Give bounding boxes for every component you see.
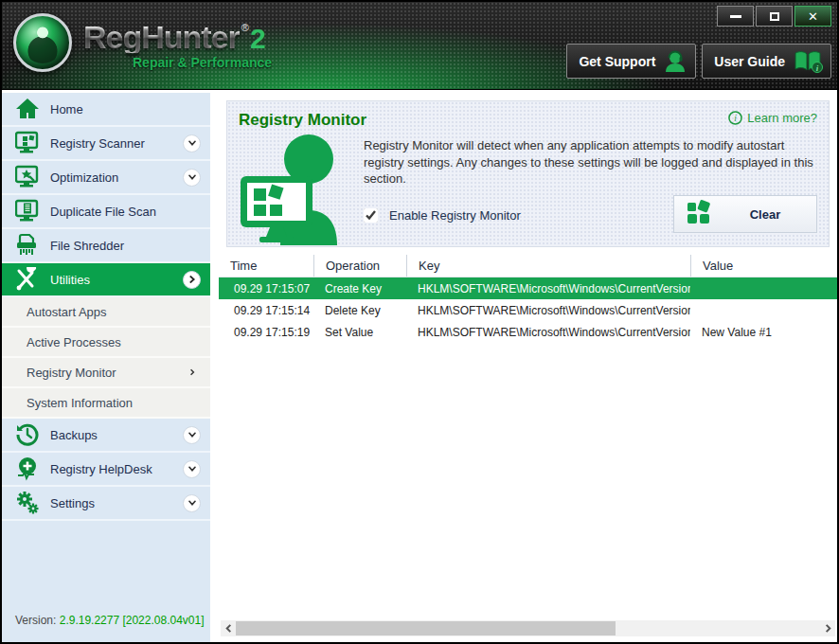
close-button[interactable]: ✕	[794, 6, 831, 27]
sidebar-item-label: Settings	[50, 496, 183, 510]
app-logo: RegHunter ® 2 Repair & Performance	[13, 13, 272, 72]
cell-key: HKLM\SOFTWARE\Microsoft\Windows\CurrentV…	[406, 304, 690, 317]
duplicate-file-scan-icon	[13, 198, 42, 224]
version-label: Version:	[15, 614, 56, 627]
sidebar-item-label: Registry Scanner	[50, 136, 183, 151]
page-title: Registry Monitor	[239, 111, 366, 130]
backups-icon	[13, 421, 42, 448]
enable-registry-monitor-label: Enable Registry Monitor	[389, 208, 521, 223]
clear-button-label: Clear	[714, 207, 816, 222]
scroll-left-arrow-icon[interactable]	[221, 620, 236, 636]
table-row[interactable]: 09.29 17:15:07 Create Key HKLM\SOFTWARE\…	[219, 277, 837, 299]
table-row[interactable]: 09.29 17:15:14 Delete Key HKLM\SOFTWARE\…	[219, 299, 837, 321]
sidebar-item-label: Utilities	[50, 273, 183, 287]
learn-more-label: Learn more?	[747, 111, 817, 125]
cell-operation: Create Key	[313, 282, 406, 295]
table-row[interactable]: 09.29 17:15:19 Set Value HKLM\SOFTWARE\M…	[219, 321, 837, 343]
user-guide-book-icon: i	[793, 49, 823, 74]
registered-mark: ®	[241, 23, 249, 33]
sidebar-item-registry-helpdesk[interactable]: Registry HelpDesk	[2, 453, 210, 487]
submenu-item-system-information[interactable]: System Information	[2, 388, 210, 419]
registry-scanner-icon	[13, 130, 42, 156]
clear-button[interactable]: Clear	[673, 195, 817, 233]
submenu-item-label: Active Processes	[27, 335, 197, 349]
submenu-item-label: System Information	[27, 396, 197, 410]
version-info: Version: 2.9.19.2277 [2022.08.04v01]	[15, 614, 205, 627]
sidebar-item-settings[interactable]: Settings	[2, 487, 210, 521]
brand-number: 2	[250, 25, 266, 53]
cell-time: 09.29 17:15:19	[219, 326, 313, 339]
sidebar-item-home[interactable]: Home	[2, 93, 210, 127]
submenu-item-active-processes[interactable]: Active Processes	[2, 328, 210, 358]
chevron-down-icon[interactable]	[183, 134, 201, 152]
maximize-icon	[770, 12, 779, 21]
chevron-down-icon[interactable]	[183, 426, 201, 444]
cell-operation: Delete Key	[313, 304, 406, 317]
scrollbar-track[interactable]	[236, 620, 820, 636]
chevron-right-icon	[187, 367, 197, 377]
file-shredder-icon	[13, 232, 42, 259]
brand-name: RegHunter	[83, 21, 240, 53]
column-header-key[interactable]: Key	[406, 255, 690, 277]
minimize-icon	[730, 15, 741, 18]
content-area: Registry Monitor i Learn more?	[219, 93, 837, 644]
optimization-icon	[13, 164, 42, 190]
horizontal-scrollbar[interactable]	[221, 620, 835, 636]
sidebar-item-label: Registry HelpDesk	[50, 462, 183, 476]
sidebar: Home Registry Scanner	[2, 93, 210, 644]
cell-value: New Value #1	[690, 326, 837, 339]
get-support-button[interactable]: Get Support	[566, 44, 696, 79]
learn-more-link[interactable]: i Learn more?	[728, 111, 817, 125]
utilities-icon	[13, 266, 42, 293]
info-icon: i	[728, 111, 742, 125]
brand-tagline: Repair & Performance	[133, 55, 272, 70]
sidebar-item-utilities[interactable]: Utilities	[2, 263, 210, 297]
cell-key: HKLM\SOFTWARE\Microsoft\Windows\CurrentV…	[406, 326, 690, 339]
column-header-operation[interactable]: Operation	[313, 255, 406, 277]
feature-description: Registry Monitor will detect when any ap…	[364, 137, 817, 188]
minimize-button[interactable]	[717, 6, 754, 27]
table-header-row: Time Operation Key Value	[219, 255, 837, 277]
sidebar-item-duplicate-file-scan[interactable]: Duplicate File Scan	[2, 195, 210, 229]
version-value: 2.9.19.2277 [2022.08.04v01]	[60, 614, 205, 627]
home-icon	[13, 96, 42, 122]
column-header-value[interactable]: Value	[690, 255, 837, 277]
sidebar-item-file-shredder[interactable]: File Shredder	[2, 229, 210, 263]
close-icon: ✕	[808, 10, 818, 23]
window-controls: ✕	[715, 6, 831, 27]
submenu-item-autostart-apps[interactable]: Autostart Apps	[2, 297, 210, 328]
scrollbar-thumb[interactable]	[236, 621, 616, 635]
cell-operation: Set Value	[313, 326, 406, 339]
registry-monitor-panel: Registry Monitor i Learn more?	[226, 100, 830, 247]
scroll-right-arrow-icon[interactable]	[820, 620, 835, 636]
chevron-down-icon[interactable]	[183, 460, 201, 478]
clear-squares-icon	[686, 200, 714, 229]
chevron-down-icon[interactable]	[183, 169, 201, 187]
sidebar-item-label: Duplicate File Scan	[50, 205, 201, 219]
user-guide-label: User Guide	[714, 54, 785, 69]
reghunter-orb-icon	[13, 13, 72, 72]
cell-key: HKLM\SOFTWARE\Microsoft\Windows\CurrentV…	[406, 282, 690, 295]
sidebar-item-label: Home	[50, 102, 201, 116]
registry-monitor-illustration-icon	[239, 134, 350, 248]
cell-time: 09.29 17:15:07	[219, 282, 313, 295]
cell-time: 09.29 17:15:14	[219, 304, 313, 317]
chevron-down-icon[interactable]	[183, 494, 201, 512]
chevron-right-circle-icon[interactable]	[183, 271, 201, 289]
settings-gears-icon	[13, 490, 42, 516]
sidebar-item-backups[interactable]: Backups	[2, 419, 210, 453]
sidebar-item-label: Optimization	[50, 170, 183, 185]
sidebar-item-label: Backups	[50, 428, 183, 442]
submenu-item-registry-monitor[interactable]: Registry Monitor	[2, 358, 210, 388]
headset-person-icon	[663, 49, 687, 74]
sidebar-item-optimization[interactable]: Optimization	[2, 161, 210, 195]
column-header-time[interactable]: Time	[219, 259, 313, 273]
utilities-submenu: Autostart Apps Active Processes Registry…	[2, 297, 210, 419]
user-guide-button[interactable]: User Guide i	[702, 44, 831, 79]
app-header: RegHunter ® 2 Repair & Performance ✕ Get…	[2, 2, 837, 90]
sidebar-item-registry-scanner[interactable]: Registry Scanner	[2, 127, 210, 161]
maximize-button[interactable]	[756, 6, 793, 27]
svg-text:i: i	[734, 114, 737, 123]
submenu-item-label: Registry Monitor	[27, 366, 187, 380]
enable-registry-monitor-checkbox[interactable]	[364, 208, 378, 223]
